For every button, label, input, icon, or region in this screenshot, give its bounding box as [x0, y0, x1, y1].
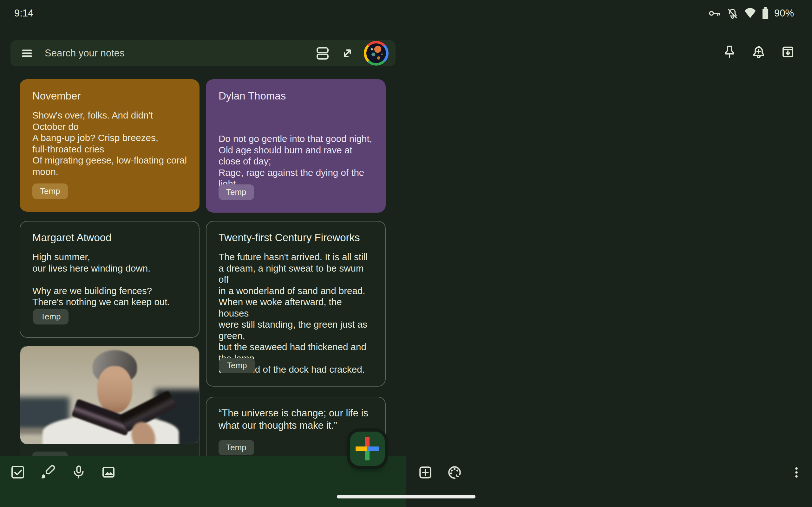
more-options-icon[interactable]	[789, 464, 804, 481]
keep-app-screen: 9:14 90% Search your notes November Show…	[0, 0, 812, 507]
note-body: Do not go gentle into that good night, O…	[218, 133, 373, 189]
note-body: “The universe is change; our life is wha…	[218, 407, 373, 432]
note-card-margaret-atwood[interactable]: Margaret Atwood High summer, our lives h…	[20, 221, 200, 338]
label-chip[interactable]: Temp	[33, 309, 68, 325]
note-card-november[interactable]: November Show's over, folks. And didn't …	[20, 79, 200, 212]
label-chip[interactable]: Temp	[219, 358, 255, 373]
detail-actions	[722, 44, 796, 60]
note-title: Margaret Atwood	[32, 232, 187, 244]
note-body: Show's over, folks. And didn't October d…	[32, 110, 187, 177]
note-detail-pane: Twenty-first Century Fireworks The futur…	[406, 0, 812, 507]
avatar-image	[366, 43, 386, 63]
note-title: Twenty-first Century Fireworks	[218, 232, 373, 244]
account-avatar[interactable]	[364, 41, 389, 66]
google-plus-icon	[356, 437, 379, 460]
menu-icon[interactable]	[19, 45, 35, 61]
note-card-dylan-thomas[interactable]: Dylan Thomas Do not go gentle into that …	[206, 79, 386, 213]
new-note-toolbar	[0, 456, 406, 507]
search-bar[interactable]: Search your notes	[10, 40, 396, 66]
new-list-icon[interactable]	[10, 464, 26, 480]
add-reminder-icon[interactable]	[751, 44, 766, 60]
label-chip[interactable]: Temp	[218, 440, 254, 455]
note-card-photo[interactable]: Temp	[20, 346, 200, 463]
note-card-fireworks[interactable]: Twenty-first Century Fireworks The futur…	[206, 221, 386, 387]
view-toggle-icon[interactable]	[314, 45, 331, 61]
expand-icon[interactable]	[339, 45, 356, 61]
pin-icon[interactable]	[722, 44, 737, 60]
palette-icon[interactable]	[447, 464, 462, 481]
archive-icon[interactable]	[780, 44, 796, 60]
notes-list-pane: Search your notes November Show's over, …	[0, 0, 406, 507]
gesture-nav-handle[interactable]	[337, 495, 475, 498]
search-input[interactable]: Search your notes	[45, 48, 314, 59]
new-audio-icon[interactable]	[71, 464, 86, 480]
new-image-icon[interactable]	[101, 464, 116, 480]
note-title: Dylan Thomas	[218, 90, 373, 102]
note-photo	[20, 346, 199, 444]
note-body: High summer, our lives here winding down…	[32, 251, 187, 308]
new-drawing-icon[interactable]	[40, 464, 55, 480]
note-title: November	[32, 90, 187, 102]
label-chip[interactable]: Temp	[32, 183, 68, 199]
note-body: The future hasn't arrived. It is all sti…	[218, 251, 373, 375]
new-note-fab[interactable]	[350, 432, 385, 466]
label-chip[interactable]: Temp	[218, 184, 254, 200]
add-box-icon[interactable]	[417, 464, 433, 481]
